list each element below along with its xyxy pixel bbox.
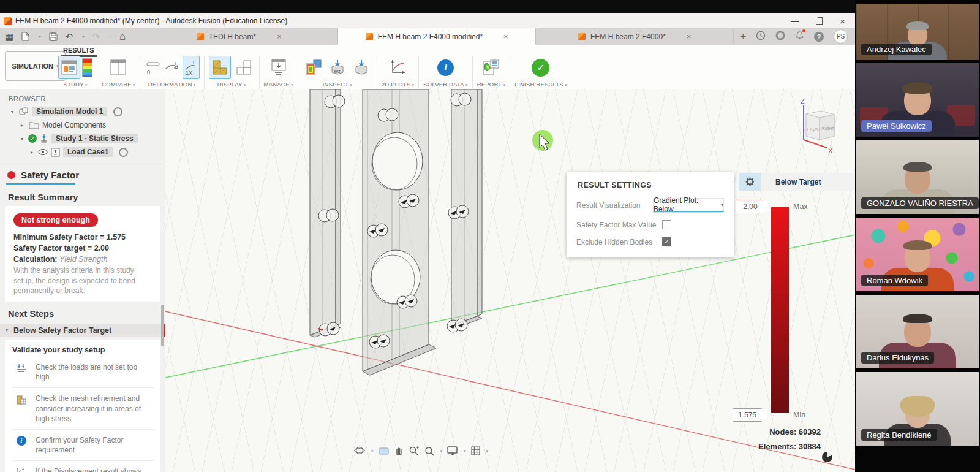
suggestion-item[interactable]: If the Displacement result shows high di… bbox=[12, 460, 154, 472]
deformation-scale-icon[interactable]: I1X bbox=[183, 56, 200, 79]
solved-check-icon: ✓ bbox=[28, 134, 37, 143]
tab-label: FEM H beam 2 F4000 modified* bbox=[378, 32, 483, 41]
manage-icon[interactable] bbox=[268, 56, 290, 79]
user-avatar[interactable]: PS bbox=[834, 29, 848, 44]
eye-icon[interactable] bbox=[38, 148, 48, 156]
legend-study-icon[interactable] bbox=[82, 58, 92, 77]
visibility-radio[interactable] bbox=[119, 148, 128, 157]
tab-close-icon[interactable]: × bbox=[687, 32, 692, 41]
panel-scrollbar[interactable] bbox=[161, 305, 164, 346]
body-display-icon[interactable] bbox=[233, 56, 255, 79]
tab-close-icon[interactable]: × bbox=[277, 32, 282, 41]
job-status-icon[interactable] bbox=[775, 31, 785, 43]
legend-header: Below Target bbox=[761, 173, 855, 191]
loads-icon bbox=[15, 362, 28, 374]
document-tab[interactable]: TEDI H beam* × bbox=[140, 28, 338, 45]
redo-icon[interactable]: ↷ bbox=[92, 31, 100, 42]
job-progress-icon[interactable] bbox=[822, 452, 832, 462]
orbit-icon[interactable] bbox=[354, 445, 366, 457]
finish-results-icon[interactable]: ✓ bbox=[532, 59, 549, 77]
tree-label: Load Case1 bbox=[63, 147, 113, 157]
tab-label: FEM H beam 2 F4000* bbox=[590, 32, 666, 41]
exclude-hidden-checkbox[interactable]: ✓ bbox=[662, 237, 671, 246]
document-tab[interactable]: FEM H beam 2 F4000* × bbox=[536, 28, 734, 45]
load-case-icon bbox=[51, 148, 60, 157]
legend-min-value[interactable]: 1.575 bbox=[733, 408, 762, 422]
tab-close-icon[interactable]: × bbox=[503, 32, 508, 41]
result-type-title[interactable]: Safety Factor bbox=[7, 170, 165, 180]
participant-tile[interactable]: Paweł Sułkowicz bbox=[856, 63, 979, 137]
simulation-study-icon[interactable] bbox=[58, 56, 80, 79]
grid-icon[interactable] bbox=[470, 446, 481, 456]
close-button[interactable]: × bbox=[840, 17, 845, 25]
visualization-dropdown[interactable]: Gradient Plot: Below bbox=[653, 198, 724, 212]
data-panel-icon[interactable]: ▦ bbox=[5, 31, 13, 42]
legend-settings-button[interactable] bbox=[739, 173, 761, 191]
suggestion-item[interactable]: Check the loads are not set too high bbox=[12, 357, 154, 387]
grid-caret[interactable]: ▾ bbox=[486, 449, 489, 454]
home-icon[interactable]: ⌂ bbox=[119, 31, 126, 43]
tree-item-model-components[interactable]: ▸ Model Components bbox=[0, 118, 165, 132]
browser-header: BROWSER bbox=[9, 95, 165, 102]
mesh-display-icon[interactable] bbox=[209, 56, 231, 79]
2d-plots-icon[interactable] bbox=[387, 56, 409, 79]
validate-card: Validate your study setup Check the load… bbox=[5, 340, 160, 472]
participant-tile[interactable]: Darius Eidukynas bbox=[856, 295, 979, 368]
deformation-none-icon[interactable]: 0 bbox=[145, 56, 162, 79]
minimize-button[interactable]: — bbox=[791, 17, 799, 25]
participant-tile[interactable]: Andrzej Kawalec bbox=[856, 4, 979, 60]
max-value-checkbox[interactable] bbox=[662, 220, 671, 229]
chevron-right-icon[interactable]: ▸ bbox=[18, 123, 26, 128]
legend-max-value[interactable]: 2.00 bbox=[736, 200, 765, 213]
deformation-actual-icon[interactable]: I bbox=[164, 56, 181, 79]
restore-button[interactable] bbox=[816, 18, 823, 25]
zoom-icon[interactable] bbox=[409, 446, 420, 457]
below-target-group-header[interactable]: ▾ Below Safety Factor Target bbox=[0, 324, 165, 337]
notifications-bell-icon[interactable] bbox=[795, 31, 804, 42]
viewcube-front-label: FRONT bbox=[807, 127, 821, 131]
document-tab-active[interactable]: FEM H beam 2 F4000 modified* × bbox=[338, 28, 536, 45]
chevron-down-icon[interactable]: ▾ bbox=[9, 109, 16, 115]
visibility-radio[interactable] bbox=[113, 107, 123, 116]
new-tab-icon[interactable]: + bbox=[740, 31, 746, 43]
tree-item-study1[interactable]: ▾ ✓ Study 1 - Static Stress bbox=[0, 132, 165, 145]
title-bar: FEM H beam 2 F4000 modified* (My center)… bbox=[0, 13, 855, 29]
report-icon[interactable] bbox=[480, 56, 502, 79]
tree-item-simulation-model[interactable]: ▾ Simulation Model 1 bbox=[0, 105, 165, 118]
group-compare: COMPARE bbox=[97, 56, 140, 88]
help-icon[interactable]: ? bbox=[814, 32, 824, 42]
legend-color-bar[interactable] bbox=[771, 207, 789, 413]
suggestion-item[interactable]: Check the mesh refinement and consider i… bbox=[12, 387, 154, 429]
surface-probe-icon[interactable] bbox=[350, 56, 372, 79]
participant-tile[interactable]: Regita Bendikienė bbox=[856, 372, 979, 446]
participant-tile[interactable]: GONZALO VALIÑO RIESTRA bbox=[856, 140, 979, 214]
undo-caret[interactable]: ▾ bbox=[82, 34, 85, 39]
display-settings-caret[interactable]: ▾ bbox=[464, 449, 466, 454]
file-menu-caret[interactable]: ▾ bbox=[39, 34, 41, 39]
group-manage: MANAGE bbox=[260, 56, 298, 88]
visualization-label: Result Visualization bbox=[576, 201, 653, 210]
solver-data-icon[interactable]: i bbox=[437, 59, 454, 76]
undo-icon[interactable]: ↶ bbox=[66, 31, 74, 42]
save-icon[interactable] bbox=[49, 32, 58, 41]
participant-tile[interactable]: Roman Wdowik bbox=[856, 218, 979, 291]
fit-icon[interactable] bbox=[424, 446, 435, 457]
tree-label: Model Components bbox=[42, 121, 106, 129]
compare-icon[interactable] bbox=[107, 56, 129, 79]
file-menu-icon[interactable] bbox=[21, 32, 29, 41]
tree-item-load-case[interactable]: ▸ Load Case1 bbox=[0, 145, 165, 159]
xyz-glyph: xyz bbox=[334, 69, 341, 74]
display-settings-icon[interactable] bbox=[447, 446, 458, 456]
chevron-right-icon[interactable]: ▸ bbox=[28, 150, 36, 155]
history-clock-icon[interactable] bbox=[756, 31, 766, 43]
inspect-results-icon[interactable] bbox=[303, 56, 325, 79]
pan-icon[interactable] bbox=[394, 446, 404, 456]
fit-caret[interactable]: ▾ bbox=[440, 449, 443, 454]
svg-text:I: I bbox=[193, 59, 194, 65]
orbit-caret[interactable]: ▾ bbox=[371, 449, 374, 454]
suggestion-item[interactable]: i Confirm your Safety Factor requirement bbox=[12, 429, 154, 460]
point-probe-xyz-icon[interactable]: xyz bbox=[326, 56, 349, 79]
look-at-icon[interactable] bbox=[378, 446, 390, 456]
chevron-down-icon[interactable]: ▾ bbox=[18, 136, 26, 142]
group-solver-data: i SOLVER DATA bbox=[419, 56, 472, 88]
